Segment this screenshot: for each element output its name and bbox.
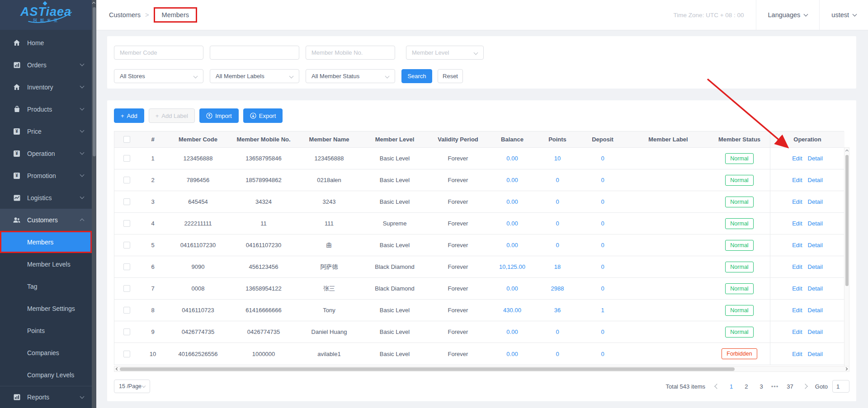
- edit-link[interactable]: Edit: [792, 285, 802, 292]
- member-code-input[interactable]: [114, 46, 203, 60]
- detail-link[interactable]: Detail: [808, 242, 823, 249]
- balance-cell[interactable]: 0.00: [487, 148, 537, 169]
- sidebar-item-orders[interactable]: Orders: [0, 54, 92, 76]
- points-cell[interactable]: 2988: [537, 278, 578, 299]
- detail-link[interactable]: Detail: [808, 328, 823, 335]
- balance-cell[interactable]: 0.00: [487, 278, 537, 299]
- edit-link[interactable]: Edit: [792, 263, 802, 270]
- sidebar-item-inventory[interactable]: Inventory: [0, 76, 92, 98]
- balance-cell[interactable]: 430.00: [487, 300, 537, 321]
- row-checkbox[interactable]: [123, 307, 130, 314]
- sidebar-subitem-company-levels[interactable]: Company Levels: [0, 364, 92, 386]
- select-all-checkbox[interactable]: [123, 136, 130, 143]
- edit-link[interactable]: Edit: [792, 155, 802, 162]
- vertical-scrollbar-thumb[interactable]: [845, 155, 849, 286]
- deposit-cell[interactable]: 0: [578, 169, 627, 191]
- deposit-cell[interactable]: 0: [578, 321, 627, 342]
- deposit-cell[interactable]: 0: [578, 343, 627, 365]
- row-checkbox[interactable]: [123, 263, 130, 270]
- scroll-left-icon[interactable]: [116, 367, 119, 370]
- sidebar-subitem-members[interactable]: Members: [0, 231, 92, 253]
- detail-link[interactable]: Detail: [808, 155, 823, 162]
- page-size-select[interactable]: 15 /Page: [114, 380, 150, 393]
- detail-link[interactable]: Detail: [808, 263, 823, 270]
- add-label-button[interactable]: +Add Label: [149, 108, 195, 123]
- sidebar-item-customers[interactable]: Customers: [0, 209, 92, 231]
- sidebar-subitem-points[interactable]: Points: [0, 319, 92, 342]
- search-button[interactable]: Search: [401, 69, 432, 83]
- edit-link[interactable]: Edit: [792, 351, 802, 357]
- deposit-cell[interactable]: 0: [578, 256, 627, 277]
- sidebar-item-home[interactable]: Home: [0, 32, 92, 54]
- sidebar-item-reports[interactable]: Reports: [0, 386, 92, 408]
- edit-link[interactable]: Edit: [792, 328, 802, 335]
- stores-select[interactable]: All Stores: [114, 69, 203, 83]
- row-checkbox[interactable]: [123, 198, 130, 205]
- sidebar-scrollbar-thumb[interactable]: [93, 7, 96, 156]
- edit-link[interactable]: Edit: [792, 220, 802, 227]
- page-number-1[interactable]: 1: [726, 381, 736, 392]
- member-status-select[interactable]: All Member Status: [306, 69, 395, 83]
- member-labels-select[interactable]: All Member Labels: [210, 69, 299, 83]
- sidebar-scrollbar[interactable]: [92, 0, 96, 408]
- page-number-3[interactable]: 3: [756, 381, 766, 392]
- deposit-cell[interactable]: 0: [578, 213, 627, 234]
- edit-link[interactable]: Edit: [792, 242, 802, 249]
- detail-link[interactable]: Detail: [808, 307, 823, 314]
- sidebar-subitem-companies[interactable]: Companies: [0, 342, 92, 364]
- deposit-cell[interactable]: 0: [578, 191, 627, 212]
- detail-link[interactable]: Detail: [808, 220, 823, 227]
- points-cell[interactable]: 18: [537, 256, 578, 277]
- member-mobile-input[interactable]: [306, 46, 395, 60]
- scroll-right-icon[interactable]: [844, 367, 848, 370]
- points-cell[interactable]: 0: [537, 321, 578, 342]
- row-checkbox[interactable]: [123, 220, 130, 227]
- table-horizontal-scrollbar[interactable]: [114, 366, 849, 372]
- deposit-cell[interactable]: 0: [578, 278, 627, 299]
- next-page-icon[interactable]: [802, 384, 807, 389]
- sidebar-item-logistics[interactable]: Logistics: [0, 187, 92, 209]
- sidebar-subitem-member-levels[interactable]: Member Levels: [0, 253, 92, 275]
- sidebar-item-products[interactable]: Products: [0, 98, 92, 120]
- add-button[interactable]: +Add: [114, 108, 144, 123]
- balance-cell[interactable]: 0.00: [487, 343, 537, 365]
- points-cell[interactable]: 36: [537, 300, 578, 321]
- secondary-filter-input[interactable]: [210, 46, 299, 60]
- sidebar-subitem-tag[interactable]: Tag: [0, 275, 92, 297]
- detail-link[interactable]: Detail: [808, 285, 823, 292]
- row-checkbox[interactable]: [123, 155, 130, 162]
- row-checkbox[interactable]: [123, 285, 130, 292]
- row-checkbox[interactable]: [123, 242, 130, 249]
- detail-link[interactable]: Detail: [808, 198, 823, 205]
- table-vertical-scrollbar[interactable]: [844, 147, 849, 372]
- scroll-up-icon[interactable]: [845, 150, 848, 153]
- balance-cell[interactable]: 10,125.00: [487, 256, 537, 277]
- edit-link[interactable]: Edit: [792, 198, 802, 205]
- import-button[interactable]: Import: [199, 108, 239, 123]
- reset-button[interactable]: Reset: [438, 69, 463, 83]
- deposit-cell[interactable]: 0: [578, 148, 627, 169]
- previous-page-icon[interactable]: [714, 384, 719, 389]
- export-button[interactable]: Export: [243, 108, 283, 123]
- points-cell[interactable]: 10: [537, 148, 578, 169]
- goto-page-input[interactable]: [832, 380, 849, 393]
- balance-cell[interactable]: 0.00: [487, 234, 537, 256]
- member-level-select[interactable]: Member Level: [406, 46, 484, 60]
- sidebar-item-price[interactable]: ¥Price: [0, 120, 92, 142]
- balance-cell[interactable]: 0.00: [487, 321, 537, 342]
- balance-cell[interactable]: 0.00: [487, 213, 537, 234]
- row-checkbox[interactable]: [123, 351, 130, 357]
- points-cell[interactable]: 0: [537, 169, 578, 191]
- balance-cell[interactable]: 0.00: [487, 169, 537, 191]
- page-number-2[interactable]: 2: [741, 381, 751, 392]
- user-dropdown[interactable]: ustest: [820, 0, 868, 30]
- row-checkbox[interactable]: [123, 328, 130, 335]
- points-cell[interactable]: 0: [537, 234, 578, 256]
- page-number-37[interactable]: 37: [783, 381, 797, 392]
- breadcrumb-customers[interactable]: Customers: [109, 11, 141, 19]
- detail-link[interactable]: Detail: [808, 351, 823, 357]
- deposit-cell[interactable]: 1: [578, 300, 627, 321]
- sidebar-item-operation[interactable]: ¥Operation: [0, 142, 92, 164]
- balance-cell[interactable]: 0.00: [487, 191, 537, 212]
- pager-ellipsis[interactable]: •••: [771, 383, 779, 390]
